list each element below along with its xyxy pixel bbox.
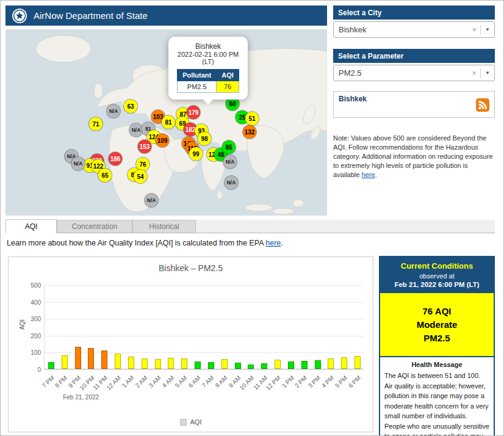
map-marker[interactable]: 54 bbox=[134, 170, 147, 183]
map-marker[interactable]: 186 bbox=[109, 152, 122, 165]
chart-bar[interactable] bbox=[301, 361, 308, 369]
map-marker[interactable]: 81 bbox=[162, 115, 175, 129]
parameter-dropdown[interactable]: PM2.5 × ▼ bbox=[333, 65, 495, 81]
map-marker[interactable]: 99 bbox=[189, 147, 203, 161]
chart-bar[interactable] bbox=[261, 363, 267, 369]
learn-more-prefix: Learn more about how the Air Quality Ind… bbox=[7, 239, 265, 247]
chart-bar[interactable] bbox=[248, 365, 254, 369]
chart-bar[interactable] bbox=[88, 348, 94, 369]
chart-bar[interactable] bbox=[128, 357, 134, 369]
map-marker[interactable]: N/A bbox=[71, 157, 85, 170]
chart-bar[interactable] bbox=[101, 351, 107, 369]
popup-aqi-table: Pollutant AQI PM2.5 76 bbox=[177, 69, 239, 93]
x-tick-label: 3 AM bbox=[147, 374, 162, 389]
health-message-section: Health Message The AQI is between 51 and… bbox=[380, 356, 494, 436]
chart-bar[interactable] bbox=[195, 362, 201, 369]
map-marker[interactable]: 109 bbox=[156, 134, 169, 147]
chart-legend: AQI bbox=[9, 418, 373, 426]
legend-label: AQI bbox=[190, 418, 202, 426]
note-text: Note: Values above 500 are considered Be… bbox=[333, 134, 493, 178]
x-tick-label: 4 PM bbox=[320, 374, 335, 389]
note-text-end: . bbox=[375, 171, 377, 178]
chart-bar[interactable] bbox=[115, 354, 121, 369]
map-marker[interactable]: 85 bbox=[222, 140, 236, 154]
map-popup: Bishkek 2022-02-21 6:00 PM (LT) Pollutan… bbox=[168, 37, 248, 100]
x-tick-label: 5 PM bbox=[334, 374, 348, 389]
city-dropdown-value: Bishkek bbox=[334, 25, 468, 34]
chart-bar[interactable] bbox=[155, 359, 161, 369]
parameter-clear-icon[interactable]: × bbox=[468, 68, 480, 78]
current-conditions-header: Current Conditions observed at Feb 21, 2… bbox=[380, 257, 494, 293]
chart-y-axis-label: AQI bbox=[19, 319, 26, 330]
chart-bar[interactable] bbox=[221, 359, 228, 369]
city-dropdown[interactable]: Bishkek × ▼ bbox=[333, 21, 495, 38]
parameter-dropdown-arrow-icon[interactable]: ▼ bbox=[481, 70, 494, 76]
tab-historical[interactable]: Historical bbox=[132, 220, 196, 233]
chart-bar[interactable] bbox=[328, 358, 334, 369]
aqi-pollutant: PM2.5 bbox=[383, 333, 491, 343]
chart-bar[interactable] bbox=[168, 358, 174, 369]
observed-datetime: Feb 21, 2022 6:00 PM (LT) bbox=[383, 281, 491, 288]
chart-bar[interactable] bbox=[355, 356, 361, 369]
map-marker[interactable]: N/A bbox=[145, 194, 158, 207]
map-marker[interactable]: N/A bbox=[223, 155, 237, 169]
rss-icon[interactable] bbox=[476, 98, 489, 112]
epa-here-link[interactable]: here bbox=[265, 239, 281, 247]
x-tick-label: 6 PM bbox=[347, 374, 362, 389]
chart-bar[interactable] bbox=[62, 355, 68, 369]
x-tick-label: 2 PM bbox=[293, 374, 308, 389]
note-here-link[interactable]: here bbox=[361, 171, 375, 178]
y-tick-label: 400 bbox=[31, 299, 41, 305]
x-tick-label: 1 AM bbox=[121, 374, 135, 389]
rss-city-label: Bishkek bbox=[339, 95, 489, 103]
aqi-category: Moderate bbox=[383, 319, 491, 330]
map-marker[interactable]: 51 bbox=[245, 112, 259, 125]
city-dropdown-arrow-icon[interactable]: ▼ bbox=[481, 27, 494, 32]
map-marker[interactable]: N/A bbox=[225, 176, 238, 189]
gridline bbox=[45, 302, 364, 303]
chart-bar[interactable] bbox=[341, 357, 347, 369]
x-tick-label: 8 AM bbox=[214, 374, 229, 389]
chart-title: Bishkek – PM2.5 bbox=[9, 263, 373, 273]
dos-seal-logo bbox=[12, 8, 27, 24]
map-marker[interactable]: 179 bbox=[187, 106, 200, 119]
select-city-header: Select a City bbox=[333, 5, 495, 20]
map-marker[interactable]: 63 bbox=[124, 100, 137, 113]
tab-aqi[interactable]: AQI bbox=[5, 219, 57, 233]
chart-bar[interactable] bbox=[235, 363, 241, 369]
y-tick-label: 100 bbox=[31, 349, 41, 356]
map-marker[interactable]: 65 bbox=[98, 169, 112, 182]
airnow-page: AirNow Department of State 63N/A711 bbox=[0, 0, 504, 436]
map-marker[interactable]: 71 bbox=[89, 117, 103, 131]
chart-bar[interactable] bbox=[288, 362, 294, 369]
x-tick-label: 12 AM bbox=[105, 374, 122, 391]
x-tick-label: 4 AM bbox=[160, 374, 175, 389]
app-header: AirNow Department of State bbox=[5, 5, 327, 26]
aqi-value-box: 76 AQI Moderate PM2.5 bbox=[380, 293, 494, 356]
chart-plot-area: 01002003004005007 PM8 PM9 PM10 PM11 PM12… bbox=[44, 285, 364, 369]
beyond-aqi-note: Note: Values above 500 are considered Be… bbox=[333, 134, 495, 180]
rss-feed-box: Bishkek bbox=[333, 91, 495, 118]
map-marker[interactable]: 153 bbox=[138, 140, 151, 153]
map-marker[interactable]: 132 bbox=[243, 125, 256, 139]
x-tick-label: 2 AM bbox=[134, 374, 149, 389]
tab-concentration[interactable]: Concentration bbox=[57, 220, 132, 233]
chart-bar[interactable] bbox=[315, 360, 321, 369]
gridline bbox=[45, 319, 364, 319]
x-tick-label: 7 PM bbox=[40, 374, 55, 389]
chart-bar[interactable] bbox=[142, 358, 148, 369]
chart-bar[interactable] bbox=[181, 358, 187, 369]
chart-bar[interactable] bbox=[208, 362, 214, 369]
aqi-value: 76 AQI bbox=[383, 306, 491, 316]
map-marker[interactable]: N/A bbox=[129, 123, 143, 137]
chart-bar[interactable] bbox=[275, 360, 281, 369]
aqi-chart-panel: Bishkek – PM2.5 AQI 01002003004005007 PM… bbox=[8, 256, 373, 432]
popup-timezone: (LT) bbox=[172, 58, 244, 65]
map-marker[interactable]: 98 bbox=[198, 132, 211, 145]
city-clear-icon[interactable]: × bbox=[468, 25, 480, 34]
chart-bar[interactable] bbox=[75, 347, 81, 369]
x-tick-label: 8 PM bbox=[54, 374, 68, 389]
aqi-world-map[interactable]: 63N/A71103818717969602551132N/A811241091… bbox=[5, 29, 327, 216]
map-marker[interactable]: N/A bbox=[107, 104, 120, 118]
chart-bar[interactable] bbox=[48, 362, 54, 369]
